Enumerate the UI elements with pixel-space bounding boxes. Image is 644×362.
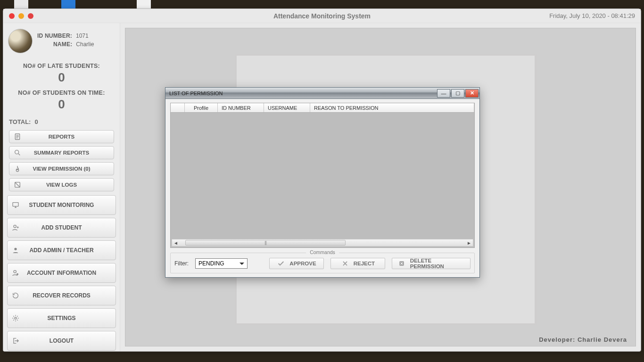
name-value: Charlie: [76, 41, 94, 48]
profile-block: ID NUMBER: 1071 NAME: Charlie: [6, 26, 117, 58]
commands-group: Commands Filter: PENDING APPROVE REJECT: [170, 253, 475, 273]
filter-select[interactable]: PENDING: [195, 258, 248, 269]
late-label: NO# OF LATE STUDENTS:: [6, 63, 117, 69]
app-title: Attendance Monitoring System: [3, 12, 641, 20]
monitor-icon: [8, 201, 24, 209]
total-stat: TOTAL: 0: [6, 116, 117, 130]
check-icon: [277, 260, 285, 267]
avatar: [8, 29, 33, 53]
dialog-maximize-button[interactable]: ▢: [451, 89, 464, 98]
titlebar: Attendance Monitoring System Friday, Jul…: [3, 9, 641, 23]
chevron-down-icon: [239, 260, 245, 267]
view-permission-button[interactable]: VIEW PERMISSION (0): [9, 162, 114, 175]
svg-point-8: [17, 273, 18, 275]
svg-point-1: [15, 150, 19, 154]
column-id-number[interactable]: ID NUMBER: [218, 103, 264, 112]
delete-permission-button[interactable]: DELETE PERMISSION: [392, 258, 471, 269]
column-reason[interactable]: REASON TO PERMISSION: [310, 103, 474, 112]
commands-legend: Commands: [306, 249, 339, 255]
dialog-minimize-button[interactable]: —: [437, 89, 450, 98]
settings-button[interactable]: SETTINGS: [7, 308, 116, 328]
grid-horizontal-scrollbar[interactable]: ◄ ►: [172, 239, 473, 247]
admin-icon: [8, 247, 24, 254]
add-user-icon: [8, 224, 24, 231]
logout-icon: [8, 337, 24, 345]
recover-icon: [8, 292, 24, 299]
permission-dialog: LIST OF PERMISSION — ▢ ✕ Profile ID NUMB…: [165, 87, 480, 278]
ontime-students-stat: NO# OF STUDENTS ON TIME: 0: [6, 90, 117, 112]
dialog-close-button[interactable]: ✕: [465, 89, 479, 98]
name-label: NAME:: [53, 41, 72, 48]
delete-icon: [398, 260, 405, 267]
sidebar: ID NUMBER: 1071 NAME: Charlie NO# OF LAT…: [3, 23, 120, 351]
svg-point-5: [14, 225, 16, 228]
total-label: TOTAL:: [9, 118, 31, 125]
scroll-track[interactable]: [180, 239, 465, 246]
logs-icon: [9, 181, 25, 189]
logout-button[interactable]: LOGOUT: [7, 331, 116, 351]
gear-icon: [8, 314, 24, 322]
view-logs-button[interactable]: VIEW LOGS: [9, 178, 114, 191]
dialog-titlebar[interactable]: LIST OF PERMISSION — ▢ ✕: [165, 88, 479, 99]
column-selector[interactable]: [171, 103, 185, 112]
grid-header: Profile ID NUMBER USERNAME REASON TO PER…: [171, 103, 474, 113]
total-value: 0: [34, 118, 38, 125]
scroll-right-icon[interactable]: ►: [465, 240, 473, 246]
ontime-label: NO# OF STUDENTS ON TIME:: [6, 90, 117, 96]
filter-label: Filter:: [174, 260, 189, 267]
svg-point-7: [14, 271, 16, 273]
scroll-left-icon[interactable]: ◄: [172, 240, 180, 246]
student-monitoring-button[interactable]: STUDENT MONITORING: [7, 195, 116, 215]
permission-icon: [9, 165, 25, 173]
add-student-button[interactable]: ADD STUDENT: [7, 218, 116, 238]
add-admin-button[interactable]: ADD ADMIN / TEACHER: [7, 240, 116, 260]
reject-icon: [341, 260, 349, 267]
report-icon: [9, 133, 25, 140]
id-number-value: 1071: [76, 33, 89, 39]
dialog-title: LIST OF PERMISSION: [169, 90, 437, 96]
reject-button[interactable]: REJECT: [330, 258, 385, 269]
scroll-thumb[interactable]: [185, 240, 346, 246]
column-profile[interactable]: Profile: [185, 103, 218, 112]
filter-value: PENDING: [198, 260, 224, 267]
developer-credit: Developer: Charlie Devera: [539, 336, 627, 343]
svg-point-6: [14, 248, 17, 250]
approve-button[interactable]: APPROVE: [269, 258, 324, 269]
reports-button[interactable]: REPORTS: [9, 130, 114, 143]
late-value: 0: [6, 70, 117, 85]
search-report-icon: [9, 149, 25, 156]
account-info-icon: [8, 269, 24, 277]
svg-rect-4: [13, 203, 18, 206]
column-username[interactable]: USERNAME: [264, 103, 310, 112]
svg-point-9: [15, 317, 17, 319]
account-info-button[interactable]: ACCOUNT INFORMATION: [7, 263, 116, 283]
ontime-value: 0: [6, 97, 117, 112]
recover-records-button[interactable]: RECOVER RECORDS: [7, 286, 116, 305]
permission-grid[interactable]: Profile ID NUMBER USERNAME REASON TO PER…: [170, 103, 475, 248]
summary-reports-button[interactable]: SUMMARY REPORTS: [9, 146, 114, 159]
id-number-label: ID NUMBER:: [37, 33, 72, 39]
late-students-stat: NO# OF LATE STUDENTS: 0: [6, 63, 117, 85]
